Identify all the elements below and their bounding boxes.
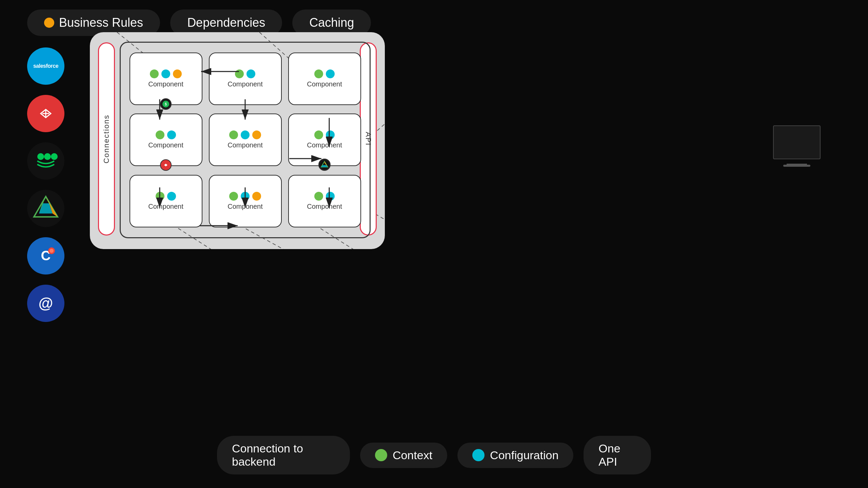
component-box-2-1[interactable]: Component: [209, 175, 282, 227]
legend-one-api[interactable]: One API: [584, 436, 651, 474]
component-dots-2-0: [156, 192, 176, 201]
blue-service-icon: C: [34, 244, 58, 268]
component-cell-0-2: Component: [285, 48, 364, 109]
svg-point-5: [44, 153, 51, 160]
multicolor-service-icon: [31, 193, 61, 224]
legend-connection-to-backend[interactable]: Connection to backend: [217, 436, 350, 474]
salesforce-label: salesforce: [33, 63, 58, 69]
left-sidebar: salesforce: [27, 47, 64, 322]
component-dots-2-2: [314, 192, 335, 201]
sidebar-icon-blue-service[interactable]: C: [27, 237, 64, 274]
legend-configuration-dot: [472, 449, 485, 461]
component-box-0-2[interactable]: Component: [288, 53, 361, 105]
component-box-1-1[interactable]: Component: [209, 114, 282, 166]
legend-configuration-label: Configuration: [490, 449, 558, 462]
component-label-1-2: Component: [307, 141, 342, 149]
component-dots-0-1: [235, 69, 255, 78]
dot-green-1-2: [314, 130, 323, 139]
component-cell-1-1: Component: [205, 109, 285, 171]
monitor-base: [783, 165, 810, 167]
component-label-1-0: Component: [148, 141, 183, 149]
component-icon-multicolor: [318, 159, 331, 171]
component-label-2-1: Component: [228, 203, 262, 210]
dot-blue-2-0: [167, 192, 176, 201]
component-label-2-0: Component: [148, 203, 183, 210]
component-dots-1-1: [229, 130, 261, 139]
component-icon-red: [160, 159, 172, 171]
dot-blue-1-0: [167, 130, 176, 139]
component-label-0-0: Component: [148, 80, 183, 88]
component-label-1-1: Component: [228, 141, 262, 149]
connections-label: Connections: [102, 115, 111, 163]
business-rules-dot: [44, 18, 54, 28]
component-cell-1-0: Component: [126, 109, 205, 171]
dot-blue-1-1: [241, 130, 250, 139]
component-cell-0-1: Component: [205, 48, 285, 109]
components-grid: Component $ Component: [120, 42, 371, 238]
component-label-2-2: Component: [307, 203, 342, 210]
dot-blue-0-0: [161, 69, 170, 78]
svg-point-4: [37, 153, 44, 160]
component-dots-0-2: [314, 69, 335, 78]
red-service-icon: [36, 103, 56, 124]
svg-text:$: $: [165, 102, 167, 106]
dot-orange-1-1: [252, 130, 261, 139]
blue2-service-icon: @: [34, 291, 58, 315]
dot-blue-2-2: [326, 192, 335, 201]
legend-context-dot: [375, 449, 387, 461]
dot-green-1-1: [229, 130, 238, 139]
sidebar-icon-multicolor-service[interactable]: [27, 190, 64, 227]
legend-configuration[interactable]: Configuration: [457, 443, 573, 468]
dot-green-0-1: [235, 69, 244, 78]
component-icon-sse: $: [160, 98, 172, 110]
component-box-1-2[interactable]: Component: [288, 114, 361, 166]
legend-one-api-label: One API: [598, 442, 636, 468]
dot-green-0-0: [150, 69, 159, 78]
tab-dependencies-label: Dependencies: [187, 16, 265, 30]
dot-blue-2-1: [241, 192, 250, 201]
svg-point-14: [50, 249, 54, 253]
component-label-0-1: Component: [228, 80, 262, 88]
legend-context-label: Context: [393, 449, 432, 462]
legend-connection-label: Connection to backend: [232, 442, 335, 468]
dot-green-0-2: [314, 69, 323, 78]
dot-blue-1-2: [326, 130, 335, 139]
dot-green-2-0: [156, 192, 164, 201]
green-service-icon: [31, 146, 61, 176]
svg-point-3: [31, 146, 61, 176]
connections-bar: Connections: [98, 42, 115, 236]
sidebar-icon-red-service[interactable]: [27, 95, 64, 132]
dot-green-2-2: [314, 192, 323, 201]
dot-green-2-1: [229, 192, 238, 201]
dot-orange-0-0: [173, 69, 182, 78]
dot-blue-0-2: [326, 69, 335, 78]
tab-business-rules-label: Business Rules: [59, 16, 143, 30]
component-cell-2-1: Component: [205, 170, 285, 232]
svg-point-6: [51, 153, 58, 160]
component-dots-0-0: [150, 69, 182, 78]
bottom-legend: Connection to backend Context Configurat…: [217, 436, 651, 474]
component-dots-2-1: [229, 192, 261, 201]
dot-green-1-0: [156, 130, 164, 139]
sidebar-icon-salesforce[interactable]: salesforce: [27, 47, 64, 85]
diagram-container: Connections API Component $: [90, 32, 385, 249]
component-cell-2-2: Component: [285, 170, 364, 232]
component-cell-1-2: Component: [285, 109, 364, 171]
sidebar-icon-blue2-service[interactable]: @: [27, 285, 64, 322]
component-box-1-0[interactable]: Component: [130, 114, 202, 166]
component-cell-2-0: Component: [126, 170, 205, 232]
component-box-2-2[interactable]: Component: [288, 175, 361, 227]
component-box-2-0[interactable]: Component: [130, 175, 202, 227]
tab-caching-label: Caching: [309, 16, 354, 30]
dot-orange-2-1: [252, 192, 261, 201]
component-dots-1-2: [314, 130, 335, 139]
component-label-0-2: Component: [307, 80, 342, 88]
component-dots-1-0: [156, 130, 176, 139]
svg-text:@: @: [39, 295, 53, 311]
component-box-0-0[interactable]: Component $: [130, 53, 202, 105]
sidebar-icon-green-service[interactable]: [27, 142, 64, 180]
legend-context[interactable]: Context: [360, 443, 447, 468]
component-box-0-1[interactable]: Component: [209, 53, 282, 105]
component-cell-0-0: Component $: [126, 48, 205, 109]
dot-blue-0-1: [246, 69, 255, 78]
